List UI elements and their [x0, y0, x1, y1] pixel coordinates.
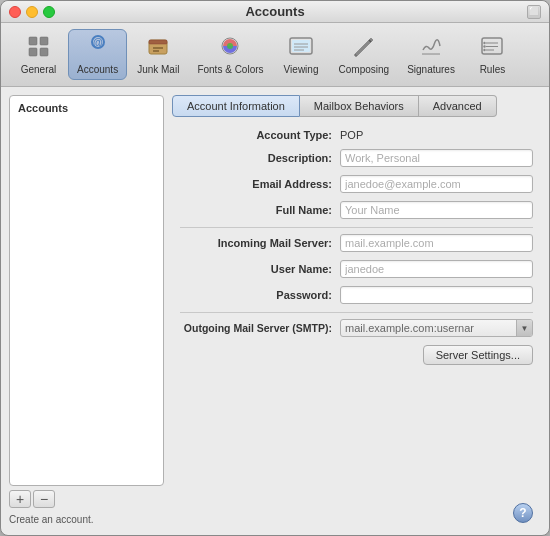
fonts-colors-icon: [217, 34, 243, 62]
toolbar-item-signatures[interactable]: Signatures: [399, 30, 463, 79]
incoming-server-input[interactable]: [340, 234, 533, 252]
window-title: Accounts: [245, 4, 304, 19]
smtp-value: mail.example.com:usernar: [341, 321, 516, 335]
minimize-button[interactable]: [26, 6, 38, 18]
tabs: Account Information Mailbox Behaviors Ad…: [172, 95, 541, 117]
email-input[interactable]: [340, 175, 533, 193]
server-settings-area: Server Settings...: [172, 345, 541, 365]
help-button[interactable]: ?: [513, 503, 533, 523]
main-content: Accounts + − Create an account. Account …: [1, 87, 549, 535]
close-button[interactable]: [9, 6, 21, 18]
smtp-row: Outgoing Mail Server (SMTP): mail.exampl…: [172, 319, 541, 337]
fullname-input[interactable]: [340, 201, 533, 219]
maximize-button[interactable]: [43, 6, 55, 18]
tab-advanced[interactable]: Advanced: [419, 95, 497, 117]
svg-point-23: [484, 42, 486, 44]
incoming-server-label: Incoming Mail Server:: [180, 237, 340, 249]
password-input[interactable]: [340, 286, 533, 304]
smtp-select[interactable]: mail.example.com:usernar ▼: [340, 319, 533, 337]
tab-account-information[interactable]: Account Information: [172, 95, 300, 117]
toolbar-item-general[interactable]: General: [11, 30, 66, 79]
junk-mail-icon: [145, 34, 171, 62]
help-area: ?: [172, 499, 541, 527]
server-settings-button[interactable]: Server Settings...: [423, 345, 533, 365]
general-label: General: [21, 64, 57, 75]
account-type-value: POP: [340, 129, 363, 141]
form-area: Account Type: POP Description: Email Add…: [172, 125, 541, 499]
svg-rect-1: [40, 37, 48, 45]
right-panel: Account Information Mailbox Behaviors Ad…: [172, 95, 541, 527]
email-row: Email Address:: [172, 175, 541, 193]
toolbar-item-accounts[interactable]: @ Accounts: [68, 29, 127, 80]
general-icon: [26, 34, 52, 62]
composing-icon: [351, 34, 377, 62]
traffic-lights: [9, 6, 55, 18]
password-row: Password:: [172, 286, 541, 304]
toolbar-item-viewing[interactable]: Viewing: [274, 30, 329, 79]
svg-point-24: [484, 45, 486, 47]
svg-point-11: [227, 43, 233, 49]
fullname-row: Full Name:: [172, 201, 541, 219]
smtp-dropdown-arrow[interactable]: ▼: [516, 320, 532, 336]
accounts-panel-title: Accounts: [14, 100, 159, 118]
svg-rect-3: [40, 48, 48, 56]
add-account-button[interactable]: +: [9, 490, 31, 508]
description-input[interactable]: [340, 149, 533, 167]
fonts-colors-label: Fonts & Colors: [197, 64, 263, 75]
remove-account-button[interactable]: −: [33, 490, 55, 508]
create-account-label: Create an account.: [9, 512, 164, 527]
signatures-label: Signatures: [407, 64, 455, 75]
account-type-label: Account Type:: [180, 129, 340, 141]
fullname-label: Full Name:: [180, 204, 340, 216]
accounts-icon: @: [85, 34, 111, 62]
toolbar-item-composing[interactable]: Composing: [331, 30, 398, 79]
composing-label: Composing: [339, 64, 390, 75]
svg-rect-7: [149, 40, 167, 44]
username-row: User Name:: [172, 260, 541, 278]
incoming-server-row: Incoming Mail Server:: [172, 234, 541, 252]
accounts-panel: Accounts: [9, 95, 164, 486]
svg-text:@: @: [93, 37, 103, 48]
svg-point-25: [484, 49, 486, 51]
junk-mail-label: Junk Mail: [137, 64, 179, 75]
rules-icon: [479, 34, 505, 62]
description-label: Description:: [180, 152, 340, 164]
toolbar-item-junk-mail[interactable]: Junk Mail: [129, 30, 187, 79]
password-label: Password:: [180, 289, 340, 301]
username-label: User Name:: [180, 263, 340, 275]
username-input[interactable]: [340, 260, 533, 278]
toolbar-item-rules[interactable]: Rules: [465, 30, 520, 79]
svg-rect-2: [29, 48, 37, 56]
form-divider: [180, 227, 533, 228]
toolbar-item-fonts-colors[interactable]: Fonts & Colors: [189, 30, 271, 79]
form-divider-2: [180, 312, 533, 313]
sidebar-buttons: + −: [9, 490, 164, 508]
accounts-label: Accounts: [77, 64, 118, 75]
tab-mailbox-behaviors[interactable]: Mailbox Behaviors: [300, 95, 419, 117]
viewing-label: Viewing: [284, 64, 319, 75]
account-type-row: Account Type: POP: [172, 129, 541, 141]
viewing-icon: [288, 34, 314, 62]
resize-button[interactable]: ⬜: [527, 5, 541, 19]
main-window: Accounts ⬜ General @ Accounts: [0, 0, 550, 536]
title-bar: Accounts ⬜: [1, 1, 549, 23]
description-row: Description:: [172, 149, 541, 167]
rules-label: Rules: [480, 64, 506, 75]
toolbar: General @ Accounts Junk Mail: [1, 23, 549, 87]
email-label: Email Address:: [180, 178, 340, 190]
svg-rect-0: [29, 37, 37, 45]
sidebar: Accounts + − Create an account.: [9, 95, 164, 527]
smtp-label: Outgoing Mail Server (SMTP):: [180, 322, 340, 334]
signatures-icon: [418, 34, 444, 62]
